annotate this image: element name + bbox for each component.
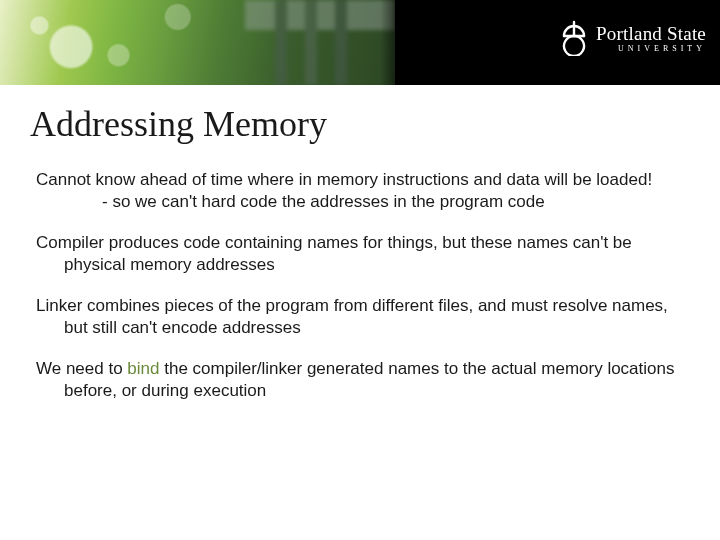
slide: Portland State UNIVERSITY Addressing Mem… [0, 0, 720, 540]
logo-main-text: Portland State [596, 24, 706, 43]
paragraph-4a: We need to [36, 359, 127, 378]
slide-body: Cannot know ahead of time where in memor… [0, 169, 720, 403]
logo-text: Portland State UNIVERSITY [596, 24, 706, 53]
paragraph-1: Cannot know ahead of time where in memor… [36, 169, 684, 214]
paragraph-2: Compiler produces code containing names … [36, 232, 684, 277]
paragraph-1-sub: - so we can't hard code the addresses in… [64, 191, 684, 213]
paragraph-1-text: Cannot know ahead of time where in memor… [36, 170, 652, 189]
paragraph-4-bind-word: bind [127, 359, 159, 378]
banner-photo [0, 0, 395, 85]
paragraph-4: We need to bind the compiler/linker gene… [36, 358, 684, 403]
logo-mark-icon [558, 20, 590, 56]
university-logo: Portland State UNIVERSITY [558, 20, 706, 56]
paragraph-3: Linker combines pieces of the program fr… [36, 295, 684, 340]
logo-sub-text: UNIVERSITY [596, 45, 706, 53]
slide-title: Addressing Memory [30, 103, 720, 145]
banner-fade [380, 0, 410, 85]
header-banner: Portland State UNIVERSITY [0, 0, 720, 85]
